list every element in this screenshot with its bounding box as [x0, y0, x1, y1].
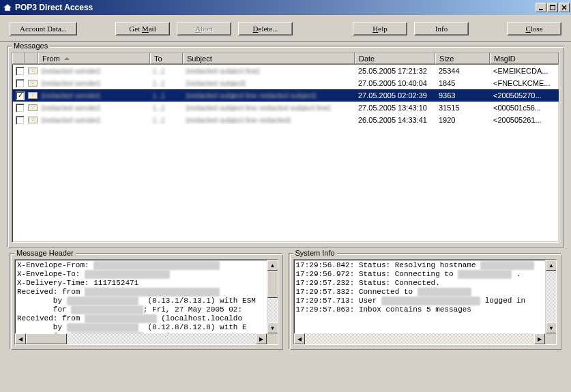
- cell-from: [redacted sender]: [38, 91, 150, 100]
- cell-msgid: <EMEIKECDA...: [490, 67, 559, 75]
- cell-subject: [redacted subject line redacted subject …: [183, 104, 355, 112]
- message-header-group: Message Header X-Envelope-From: X-Envelo…: [10, 253, 283, 350]
- cell-size: 1845: [435, 79, 490, 87]
- table-row[interactable]: [redacted sender][...][redacted subject …: [12, 65, 559, 77]
- help-button[interactable]: Help: [353, 22, 407, 35]
- column-to[interactable]: To: [150, 52, 183, 64]
- column-subject[interactable]: Subject: [183, 52, 355, 64]
- cell-subject: [redacted subject line redacted subject]: [183, 91, 355, 100]
- cell-size: 25344: [435, 67, 490, 75]
- row-checkbox[interactable]: [16, 104, 25, 112]
- cell-date: 27.05.2005 10:40:04: [355, 79, 435, 87]
- column-icon[interactable]: [25, 52, 38, 64]
- cell-from: [redacted sender]: [38, 79, 150, 87]
- row-checkbox[interactable]: [16, 116, 25, 125]
- cell-from: [redacted sender]: [38, 67, 150, 75]
- account-data-button[interactable]: Account Data...: [10, 22, 77, 35]
- scroll-up-icon[interactable]: ▲: [267, 260, 278, 271]
- delete-button[interactable]: Delete...: [238, 22, 293, 35]
- toolbar: Account Data... Get Mail Abort Delete...…: [0, 15, 571, 42]
- scroll-down-icon[interactable]: ▼: [267, 322, 278, 333]
- scroll-right-icon[interactable]: ▶: [256, 333, 267, 344]
- messages-listview[interactable]: From To Subject Date Size MsgID [redacte…: [12, 52, 559, 243]
- column-check[interactable]: [12, 52, 25, 64]
- system-info-textarea[interactable]: 17:29:56.842: Status: Resolving hostname…: [293, 259, 557, 345]
- scroll-left-icon[interactable]: ◀: [294, 333, 305, 344]
- minimize-button[interactable]: [536, 3, 546, 12]
- cell-subject: [redacted subject]: [183, 79, 355, 87]
- envelope-icon: [28, 104, 38, 111]
- maximize-button[interactable]: [547, 3, 558, 12]
- cell-msgid: <200505270...: [490, 91, 559, 100]
- abort-button: Abort: [177, 22, 231, 35]
- column-size[interactable]: Size: [435, 52, 490, 64]
- scrollbar-vertical[interactable]: ▲ ▼: [545, 260, 556, 333]
- table-row[interactable]: [redacted sender][...][redacted subject …: [12, 102, 559, 114]
- scroll-right-icon[interactable]: ▶: [534, 333, 545, 344]
- scroll-up-icon[interactable]: ▲: [546, 260, 557, 271]
- column-date[interactable]: Date: [355, 52, 435, 64]
- message-header-legend: Message Header: [14, 249, 76, 257]
- messages-group: Messages From To Subject Date Size MsgID…: [7, 46, 564, 247]
- cell-to: [...]: [150, 79, 183, 87]
- titlebar: POP3 Direct Access: [0, 0, 571, 15]
- cell-to: [...]: [150, 67, 183, 75]
- table-row[interactable]: [redacted sender][...][redacted subject]…: [12, 77, 559, 89]
- window-title: POP3 Direct Access: [15, 3, 536, 12]
- cell-subject: [redacted subject line]: [183, 67, 355, 75]
- message-header-content: X-Envelope-From: X-Envelope-To: X-Delive…: [15, 260, 267, 333]
- envelope-icon: [28, 67, 38, 74]
- column-from[interactable]: From: [38, 52, 150, 64]
- cell-date: 26.05.2005 14:33:41: [355, 116, 435, 124]
- system-info-group: System Info 17:29:56.842: Status: Resolv…: [289, 253, 562, 350]
- info-button[interactable]: Info: [414, 22, 469, 35]
- svg-rect-2: [550, 5, 555, 6]
- system-info-content: 17:29:56.842: Status: Resolving hostname…: [294, 260, 546, 333]
- row-checkbox[interactable]: ✓: [16, 91, 25, 100]
- cell-to: [...]: [150, 91, 183, 100]
- scroll-left-icon[interactable]: ◀: [15, 333, 26, 344]
- cell-date: 25.05.2005 17:21:32: [355, 67, 435, 75]
- close-button[interactable]: [559, 3, 570, 12]
- cell-msgid: <200505261...: [490, 116, 559, 124]
- cell-size: 1920: [435, 116, 490, 124]
- cell-from: [redacted sender]: [38, 104, 150, 112]
- envelope-icon: [28, 92, 38, 99]
- scrollbar-horizontal[interactable]: ◀ ▶: [15, 333, 267, 344]
- sort-asc-icon: [64, 57, 70, 60]
- cell-date: 27.05.2005 13:43:10: [355, 104, 435, 112]
- envelope-icon: [28, 117, 38, 123]
- row-checkbox[interactable]: [16, 79, 25, 88]
- cell-size: 9363: [435, 91, 490, 100]
- app-icon: [3, 3, 12, 12]
- scroll-thumb[interactable]: [267, 271, 278, 298]
- message-header-textarea[interactable]: X-Envelope-From: X-Envelope-To: X-Delive…: [14, 259, 278, 345]
- cell-size: 31515: [435, 104, 490, 112]
- scroll-down-icon[interactable]: ▼: [546, 322, 557, 333]
- close-app-button[interactable]: Close: [507, 22, 561, 35]
- envelope-icon: [28, 80, 38, 87]
- messages-legend: Messages: [12, 42, 50, 50]
- table-row[interactable]: ✓[redacted sender][...][redacted subject…: [12, 89, 559, 102]
- listview-header: From To Subject Date Size MsgID: [12, 52, 559, 65]
- cell-date: 27.05.2005 02:02:39: [355, 91, 435, 100]
- table-row[interactable]: [redacted sender][...][redacted subject …: [12, 114, 559, 126]
- scroll-thumb[interactable]: [26, 333, 67, 344]
- scrollbar-vertical[interactable]: ▲ ▼: [267, 260, 278, 333]
- cell-subject: [redacted subject line redacted]: [183, 116, 355, 124]
- cell-from: [redacted sender]: [38, 116, 150, 124]
- cell-msgid: <000501c56...: [490, 104, 559, 112]
- svg-rect-0: [539, 9, 543, 10]
- cell-to: [...]: [150, 104, 183, 112]
- cell-to: [...]: [150, 116, 183, 124]
- system-info-legend: System Info: [293, 249, 337, 257]
- get-mail-button[interactable]: Get Mail: [115, 22, 170, 35]
- cell-msgid: <FNECLKCME...: [490, 79, 559, 87]
- row-checkbox[interactable]: [16, 67, 25, 76]
- scrollbar-horizontal[interactable]: ◀ ▶: [294, 333, 546, 344]
- column-msgid[interactable]: MsgID: [490, 52, 559, 64]
